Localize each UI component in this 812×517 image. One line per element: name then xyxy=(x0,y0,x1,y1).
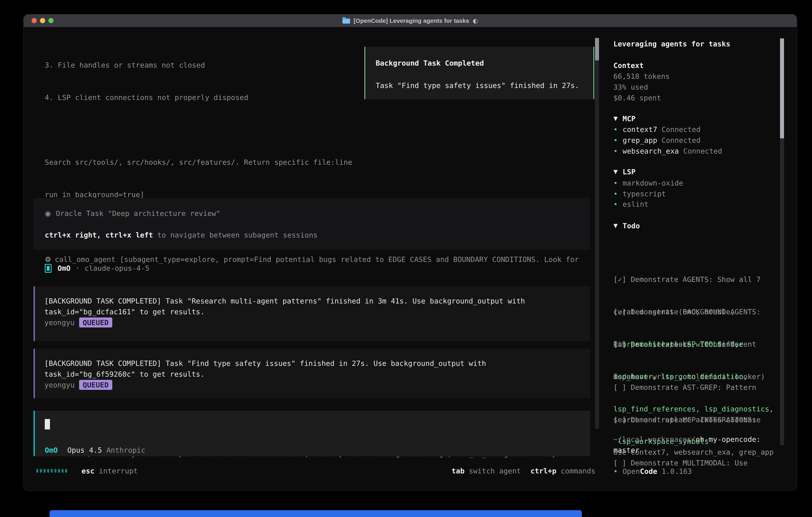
version-number: 1.0.163 xyxy=(662,466,692,477)
title-bar[interactable]: [OpenCode] Leveraging agents for tasks ◐ xyxy=(24,15,797,27)
lsp-name: typescript xyxy=(622,188,666,199)
mcp-heading-label: MCP xyxy=(622,113,636,124)
mcp-status: Connected xyxy=(662,124,700,135)
agent-icon xyxy=(45,264,52,272)
background-task-message: [BACKGROUND TASK COMPLETED] Task "Find t… xyxy=(34,349,590,398)
workspace-path-dim: ~/local-workspaces/ xyxy=(613,435,696,443)
green-dot-icon: • xyxy=(613,124,622,135)
mcp-name: grep_app xyxy=(622,135,657,145)
sidebar-scrollbar[interactable] xyxy=(780,38,784,445)
notification-body: Task "Find type safety issues" finished … xyxy=(376,80,593,91)
window-title-text: [OpenCode] Leveraging agents for tasks xyxy=(354,17,469,24)
main-scrollbar-thumb[interactable] xyxy=(595,38,599,60)
lsp-item: •eslint xyxy=(613,199,648,210)
agent-name: OmO xyxy=(58,263,70,273)
workspace-repo: oh-my-opencode: xyxy=(696,435,761,443)
task-text-line: task_id="bg_6f59260c" to get results. xyxy=(45,369,590,379)
model-row: OmOOpus 4.5Anthropic xyxy=(45,445,145,456)
traffic-lights xyxy=(32,18,54,23)
oracle-task-box: ◉Oracle Task "Deep architecture review" … xyxy=(34,198,590,250)
todo-heading-label: Todo xyxy=(622,220,640,231)
mcp-item: •grep_app Connected xyxy=(613,135,700,145)
sidebar-scrollbar-thumb[interactable] xyxy=(780,38,784,138)
zoom-button[interactable] xyxy=(48,18,54,23)
activity-half-circle-icon: ◐ xyxy=(473,17,478,24)
input-model-provider: Anthropic xyxy=(106,446,145,454)
task-user: yeongyu xyxy=(45,381,75,389)
screen: [OpenCode] Leveraging agents for tasks ◐… xyxy=(0,0,812,517)
app-version: •OpenCode 1.0.163 xyxy=(613,466,692,477)
mcp-status: Connected xyxy=(662,135,700,145)
scrollback-line: Search src/tools/, src/hooks/, src/featu… xyxy=(45,157,579,167)
task-user: yeongyu xyxy=(45,318,75,327)
todo-line: [✓] Demonstrate BACKGROUND AGENTS: xyxy=(613,306,774,317)
main-scrollbar[interactable] xyxy=(595,38,599,429)
context-spent: $0.46 spent xyxy=(613,92,661,103)
todo-line: [✓] Demonstrate AGENTS: Show all 7 xyxy=(613,274,774,285)
lsp-item: •typescript xyxy=(613,188,666,199)
mcp-section-header[interactable]: ▼MCP xyxy=(613,113,636,124)
mcp-item: •context7 Connected xyxy=(613,124,700,135)
lsp-section-header[interactable]: ▼LSP xyxy=(613,166,636,177)
todo-section-header[interactable]: ▼Todo xyxy=(613,220,640,231)
status-badge: QUEUED xyxy=(79,318,112,327)
status-bar: esc interrupt tab switch agent ctrl+p co… xyxy=(36,465,596,476)
workspace-path: ~/local-workspaces/oh-my-opencode: xyxy=(613,434,761,445)
terminal-window: [OpenCode] Leveraging agents for tasks ◐… xyxy=(24,15,797,491)
mcp-status: Connected xyxy=(683,145,722,156)
hint-text: to navigate between subagent sessions xyxy=(153,231,318,239)
hint-keys: ctrl+x right, ctrl+x left xyxy=(45,231,153,239)
workspace-branch: master xyxy=(613,445,639,456)
background-task-notification[interactable]: Background Task Completed Task "Find typ… xyxy=(365,47,594,99)
lsp-heading-label: LSP xyxy=(622,166,636,177)
background-task-message: [BACKGROUND TASK COMPLETED] Task "Resear… xyxy=(34,286,590,341)
prompt-input[interactable]: OmOOpus 4.5Anthropic xyxy=(34,411,590,456)
lsp-item: •markdown-oxide xyxy=(613,178,683,188)
todo-item-active: [ ] Demonstrate LSP TOOLS: Use lsp_hover… xyxy=(613,317,774,328)
ctrlp-key-hint: ctrl+p xyxy=(530,465,556,476)
chevron-down-icon: ▼ xyxy=(613,166,622,177)
status-right: tab switch agent ctrl+p commands xyxy=(452,465,596,476)
session-title: Leveraging agents for tasks xyxy=(613,38,730,49)
agent-header: OmO · claude-opus-4-5 xyxy=(45,263,149,273)
todo-item-done: [✓] Demonstrate AGENTS: Show all 7 curat… xyxy=(613,252,774,263)
notification-title: Background Task Completed xyxy=(376,58,593,69)
mcp-name: websearch_exa xyxy=(622,145,679,156)
folder-icon xyxy=(343,19,350,24)
todo-line: [ ] Demonstrate AST-GREP: Pattern xyxy=(613,382,774,393)
close-button[interactable] xyxy=(32,18,37,23)
text-cursor xyxy=(45,419,50,430)
task-text-line: [BACKGROUND TASK COMPLETED] Task "Find t… xyxy=(45,358,590,369)
version-prefix: Open xyxy=(622,466,640,477)
ctrlp-key-label: commands xyxy=(561,465,596,476)
context-heading: Context xyxy=(613,60,644,71)
esc-key-hint: esc xyxy=(82,465,94,476)
spinner-dots-icon xyxy=(36,469,67,472)
chevron-down-icon: ▼ xyxy=(613,220,622,231)
todo-line: [ ] Demonstrate MCP INTEGRATIONS: xyxy=(613,414,774,425)
task-text-line: [BACKGROUND TASK COMPLETED] Task "Resear… xyxy=(45,296,590,306)
green-dot-icon: • xyxy=(613,145,622,156)
terminal-body: 3. File handles or streams not closed 4.… xyxy=(24,27,797,491)
tab-key-hint: tab xyxy=(452,465,465,476)
tool-call-text: call_omo_agent [subagent_type=explore, p… xyxy=(55,255,579,264)
version-bold: Code xyxy=(640,466,657,477)
input-model-version: Opus 4.5 xyxy=(67,446,102,454)
mcp-item: •websearch_exa Connected xyxy=(613,145,722,156)
window-title: [OpenCode] Leveraging agents for tasks ◐ xyxy=(343,17,478,24)
status-badge: QUEUED xyxy=(79,380,112,390)
background-window-edge xyxy=(50,510,582,517)
green-dot-icon: • xyxy=(613,188,622,199)
lsp-name: markdown-oxide xyxy=(622,178,683,188)
mcp-name: context7 xyxy=(622,124,657,135)
agent-separator: · xyxy=(75,263,80,273)
oracle-session-icon: ◉ xyxy=(45,208,51,219)
green-dot-icon: • xyxy=(613,466,622,477)
context-used: 33% used xyxy=(613,82,648,92)
context-tokens: 66,518 tokens xyxy=(613,71,670,82)
minimize-button[interactable] xyxy=(40,18,45,23)
green-dot-icon: • xyxy=(613,199,622,210)
status-left: esc interrupt xyxy=(36,465,138,476)
oracle-task-label: Oracle Task "Deep architecture review" xyxy=(56,209,221,218)
green-dot-icon: • xyxy=(613,135,622,145)
